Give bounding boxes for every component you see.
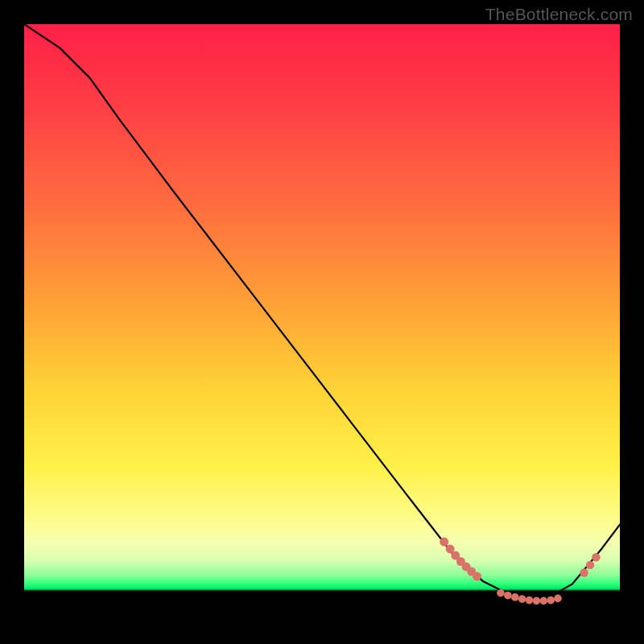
dots-group-b [497,589,562,605]
data-dot [504,592,512,600]
data-dot [540,597,548,605]
dots-group-c [580,553,600,577]
data-dot [511,593,519,601]
data-dot [592,553,600,561]
curve-layer [24,24,620,620]
data-dot [586,561,594,569]
watermark-text: TheBottleneck.com [485,5,633,24]
data-dot [497,589,505,597]
data-dot [554,595,562,603]
data-dot [580,568,588,576]
data-dot [533,597,541,605]
plot-area [24,24,620,620]
data-dot [440,538,448,547]
data-dot [473,572,481,581]
chart-frame: TheBottleneck.com [0,0,644,644]
data-dot [547,597,555,605]
bottleneck-curve [24,24,620,601]
dots-group-a [440,538,481,581]
data-dot [526,597,534,605]
data-dot [518,595,526,603]
